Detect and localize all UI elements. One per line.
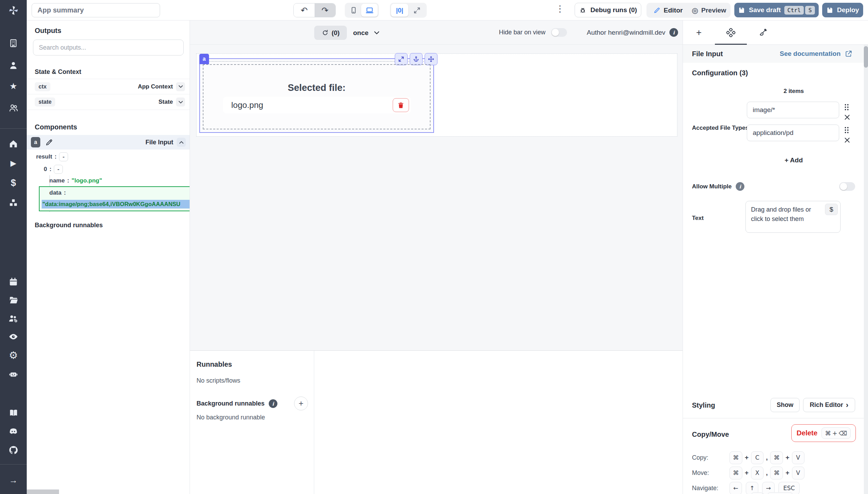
chevron-down-icon[interactable] <box>176 97 185 107</box>
hide-bar-label: Hide bar on view <box>499 29 545 36</box>
info-icon[interactable]: i <box>736 182 744 191</box>
colon: : <box>55 153 57 160</box>
ctx-row[interactable]: ctx App Context <box>27 79 190 94</box>
expand-component-button[interactable] <box>395 53 408 65</box>
users-gear-icon[interactable] <box>0 311 27 326</box>
save-draft-button[interactable]: Save draft Ctrl S <box>734 3 819 17</box>
kbd-cmd: ⌘ <box>770 451 783 464</box>
book-icon[interactable] <box>0 405 27 420</box>
robot-icon[interactable] <box>0 366 27 382</box>
canvas-area: (0) once Hide bar on view Author henri@w… <box>190 20 683 494</box>
backspace-glyph: ⌫ <box>839 430 847 437</box>
star-icon[interactable]: ★ <box>0 78 27 94</box>
tab-component-settings[interactable] <box>715 20 747 45</box>
anchor-component-button[interactable] <box>410 53 423 65</box>
see-documentation-link[interactable]: See documentation <box>780 50 852 58</box>
eye-icon[interactable] <box>0 329 27 344</box>
app-summary-input[interactable] <box>32 3 160 17</box>
info-icon[interactable]: i <box>269 399 277 408</box>
background-runnables-header: Background runnables i <box>197 399 277 408</box>
connect-data-button[interactable]: $ <box>825 204 838 215</box>
discord-icon[interactable] <box>0 424 27 439</box>
desktop-view-button[interactable] <box>361 4 378 17</box>
settings-scrollbar-thumb[interactable] <box>864 46 868 68</box>
selected-file-name: logo.png <box>231 100 263 110</box>
allow-multiple-toggle[interactable] <box>839 182 855 191</box>
editor-preview-toggle: Editor ◎ Preview <box>646 3 731 18</box>
windmill-logo[interactable] <box>0 3 27 18</box>
info-icon[interactable]: i <box>669 28 678 37</box>
users-icon[interactable] <box>0 100 27 116</box>
collapse-result-button[interactable]: - <box>59 152 68 161</box>
file-input-component[interactable]: a Selected file: logo.png <box>199 58 434 133</box>
undo-icon: ↶ <box>301 6 308 15</box>
tree-data-selected-box[interactable]: data : "data:image/png;base64,iVBORw0KGg… <box>39 186 190 211</box>
state-row[interactable]: state State <box>27 94 190 110</box>
remove-type-1-button[interactable] <box>844 114 850 120</box>
search-outputs-input[interactable] <box>33 40 184 56</box>
tab-insert-component[interactable]: + <box>683 20 715 45</box>
hide-bar-toggle[interactable] <box>551 28 567 37</box>
move-component-button[interactable] <box>425 53 437 65</box>
kebab-menu-button[interactable]: ⋮ <box>556 3 565 14</box>
rich-editor-button[interactable]: Rich Editor › <box>803 398 855 412</box>
runnables-panel: Runnables No scripts/flows Background ru… <box>190 350 683 494</box>
tab-preview[interactable]: ◎ Preview <box>688 4 729 17</box>
calendar-icon[interactable] <box>0 274 27 289</box>
home-icon[interactable] <box>0 136 27 151</box>
gear-glyph: ⚙ <box>9 349 18 361</box>
dollar-icon[interactable]: $ <box>0 175 27 190</box>
deploy-save-icon <box>826 7 834 14</box>
recompute-button[interactable]: (0) <box>314 26 347 40</box>
undo-redo-group: ↶ ↷ <box>293 3 336 17</box>
state-context-title: State & Context <box>35 68 81 76</box>
debug-runs-label: Debug runs (0) <box>590 6 637 14</box>
background-runnables-title: Background runnables <box>197 400 265 407</box>
tab-styling[interactable] <box>747 20 779 45</box>
deploy-button[interactable]: Deploy <box>822 3 863 17</box>
remove-type-2-button[interactable] <box>844 137 850 143</box>
tab-editor[interactable]: Editor <box>648 4 688 17</box>
gear-icon[interactable]: ⚙ <box>0 348 27 363</box>
chevron-up-icon[interactable] <box>177 138 186 147</box>
kbd-cmd: ⌘ <box>770 467 783 479</box>
delete-shortcut-badge: ⌘+⌫ <box>821 427 850 439</box>
add-accepted-type-button[interactable]: + Add <box>747 156 841 164</box>
arrow-right-icon[interactable]: → <box>0 472 27 488</box>
building-icon[interactable] <box>0 35 27 51</box>
author-label: Author henri@windmill.dev <box>587 29 665 36</box>
collapse-zero-button[interactable]: - <box>54 165 63 174</box>
drag-handle-icon[interactable] <box>844 104 849 111</box>
delete-component-button[interactable]: Delete ⌘+⌫ <box>791 424 856 442</box>
edit-pencil-icon[interactable] <box>45 138 53 146</box>
github-icon[interactable] <box>0 442 27 458</box>
drag-handle-icon[interactable] <box>844 127 849 134</box>
remove-file-button[interactable] <box>393 98 409 112</box>
shortcut-row-move: Move: ⌘+X,⌘+V <box>692 466 804 480</box>
folder-icon[interactable] <box>0 292 27 308</box>
settings-scrollbar-track[interactable] <box>864 45 868 494</box>
pencil-icon <box>653 7 661 14</box>
center-canvas-button[interactable]: |0| <box>391 4 408 17</box>
user-icon[interactable] <box>0 58 27 73</box>
debug-runs-button[interactable]: Debug runs (0) <box>575 3 641 17</box>
device-toggle-group <box>345 3 379 18</box>
accepted-type-input-2[interactable] <box>747 125 839 141</box>
component-a-row[interactable]: a File Input <box>27 135 190 150</box>
redo-button[interactable]: ↷ <box>315 3 335 17</box>
undo-button[interactable]: ↶ <box>294 3 315 17</box>
mobile-view-button[interactable] <box>346 4 361 17</box>
accepted-type-input-1[interactable] <box>747 102 839 118</box>
comma-separator: , <box>766 454 768 461</box>
add-background-runnable-button[interactable]: + <box>294 397 308 410</box>
recompute-mode-dropdown[interactable]: once <box>353 26 379 40</box>
no-scripts-label: No scripts/flows <box>197 377 240 384</box>
play-icon[interactable]: ▶ <box>0 156 27 171</box>
horizontal-scrollbar-thumb[interactable] <box>27 489 59 494</box>
fullwidth-canvas-button[interactable] <box>408 4 426 17</box>
show-styling-button[interactable]: Show <box>770 398 800 412</box>
cubes-icon[interactable] <box>0 195 27 210</box>
text-config-box[interactable]: Drag and drop files or click to select t… <box>745 201 841 233</box>
author-info: Author henri@windmill.dev i <box>587 28 678 37</box>
chevron-down-icon[interactable] <box>176 82 185 91</box>
